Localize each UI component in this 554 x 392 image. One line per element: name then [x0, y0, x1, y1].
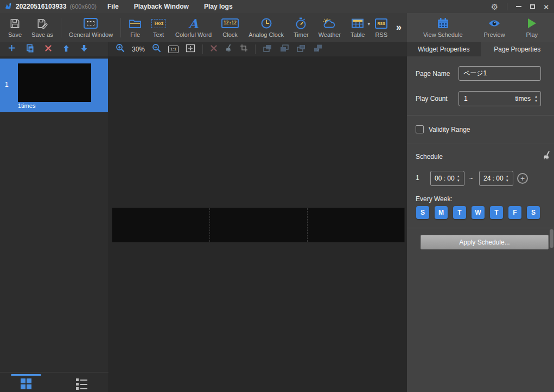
- table-widget-button[interactable]: Table: [346, 13, 370, 42]
- page-list-toolbar: [0, 42, 109, 56]
- schedule-end-time-stepper[interactable]: 24 : 00 ▲▼: [479, 171, 513, 186]
- settings-gear-icon[interactable]: ⚙: [491, 3, 498, 11]
- minimize-icon: [516, 6, 521, 7]
- zoom-level-value[interactable]: 30%: [132, 46, 145, 53]
- validity-range-checkbox[interactable]: [416, 125, 424, 133]
- weekday-sunday-button[interactable]: S: [416, 206, 429, 219]
- weekday-selector: S M T W T F S: [416, 206, 540, 219]
- every-week-label: Every Week:: [416, 195, 453, 203]
- general-window-button[interactable]: General Window: [64, 13, 118, 42]
- play-button[interactable]: Play: [521, 13, 543, 42]
- play-count-stepper[interactable]: 1 times ▲▼: [459, 91, 541, 106]
- colorful-word-button[interactable]: A Colorful Word: [170, 13, 216, 42]
- save-as-icon: [36, 17, 48, 30]
- weekday-monday-button[interactable]: M: [435, 206, 448, 219]
- view-schedule-button[interactable]: View Schedule: [418, 13, 468, 42]
- analog-clock-button[interactable]: Analog Clock: [244, 13, 289, 42]
- list-view-icon[interactable]: [76, 378, 87, 390]
- canvas-toolbar-separator: [202, 44, 203, 54]
- editor-canvas[interactable]: [109, 56, 407, 392]
- toolbar-left-section: Save Save as General Window File: [0, 13, 407, 42]
- move-page-up-button[interactable]: [62, 44, 70, 55]
- zoom-in-button[interactable]: [116, 43, 125, 55]
- weekday-thursday-button[interactable]: T: [490, 206, 503, 219]
- document-title: 20220516103933: [16, 3, 66, 10]
- weekday-saturday-button[interactable]: S: [527, 206, 540, 219]
- play-count-unit: times: [515, 95, 531, 102]
- clock-widget-button[interactable]: 12:12 Clock: [216, 13, 244, 42]
- sidebar-view-switcher: [0, 372, 109, 392]
- page-name-input[interactable]: [459, 66, 541, 81]
- add-schedule-row-button[interactable]: +: [517, 173, 528, 184]
- menu-play-logs[interactable]: Play logs: [204, 3, 233, 10]
- text-widget-icon: Text: [151, 17, 165, 30]
- end-time-spin-buttons[interactable]: ▲▼: [506, 175, 509, 182]
- table-icon: [351, 17, 364, 30]
- close-button[interactable]: ×: [544, 3, 549, 11]
- app-window: 20220516103933 (600x600) File Playback W…: [0, 0, 554, 392]
- play-count-spin-buttons[interactable]: ▲▼: [534, 95, 538, 102]
- timer-icon: [295, 17, 307, 30]
- delete-widget-button-disabled: [210, 44, 218, 54]
- canvas-toolbar: 30% 1:1: [109, 42, 407, 56]
- weather-widget-button[interactable]: Weather: [314, 13, 346, 42]
- save-as-button[interactable]: Save as: [27, 13, 58, 42]
- panel-divider: [407, 228, 554, 228]
- menu-file[interactable]: File: [107, 3, 119, 10]
- folder-icon: [129, 17, 142, 30]
- menu-playback-window[interactable]: Playback Window: [134, 3, 189, 10]
- preview-button[interactable]: Preview: [479, 13, 510, 42]
- weekday-friday-button[interactable]: F: [508, 206, 521, 219]
- screen-preview-strip[interactable]: [112, 208, 405, 242]
- add-page-button[interactable]: [8, 44, 16, 54]
- timer-widget-button[interactable]: Timer: [289, 13, 314, 42]
- page-play-count-badge: 1times: [18, 102, 35, 109]
- tab-widget-properties[interactable]: Widget Properties: [407, 42, 481, 56]
- page-properties-panel: Page Name Play Count 1 times ▲▼ Validity…: [407, 56, 554, 392]
- weekday-wednesday-button[interactable]: W: [472, 206, 485, 219]
- schedule-start-time-stepper[interactable]: 00 : 00 ▲▼: [430, 171, 464, 186]
- page-name-label: Page Name: [416, 70, 450, 78]
- spin-down-icon: ▼: [534, 100, 538, 102]
- rss-widget-button[interactable]: RSS RSS: [370, 13, 392, 42]
- spin-up-icon: ▲: [534, 95, 538, 98]
- apply-schedule-button[interactable]: Apply Schedule...: [421, 235, 549, 249]
- brand: 20220516103933 (600x600): [4, 0, 97, 13]
- move-page-down-button[interactable]: [80, 44, 88, 55]
- app-logo-icon: [4, 3, 12, 11]
- active-view-indicator: [11, 374, 41, 376]
- text-widget-button[interactable]: Text Text: [147, 13, 170, 42]
- menu-bar: File Playback Window Play logs: [107, 0, 233, 13]
- weekday-tuesday-button[interactable]: T: [453, 206, 466, 219]
- validity-range-label: Validity Range: [429, 126, 470, 133]
- copy-page-button[interactable]: [26, 44, 34, 55]
- main-toolbar: Save Save as General Window File: [0, 13, 554, 42]
- panel-divider: [407, 144, 554, 144]
- delete-page-button[interactable]: [44, 44, 52, 54]
- panel-divider: [407, 115, 554, 115]
- maximize-button[interactable]: [530, 4, 535, 9]
- tab-page-properties[interactable]: Page Properties: [481, 42, 554, 56]
- fit-to-window-button[interactable]: [186, 44, 195, 55]
- actual-size-button[interactable]: 1:1: [168, 46, 179, 53]
- more-tools-chevron-icon[interactable]: »: [396, 22, 402, 33]
- zoom-out-button[interactable]: [152, 43, 161, 55]
- start-time-spin-buttons[interactable]: ▲▼: [457, 175, 460, 182]
- page-list-item-selected[interactable]: 1 1times: [0, 59, 108, 112]
- panel-scrollbar-thumb[interactable]: [550, 229, 553, 248]
- grid-view-icon[interactable]: [21, 378, 31, 389]
- save-icon: [9, 17, 21, 30]
- schedule-row-index: 1: [416, 174, 419, 182]
- clear-widget-button-disabled: [225, 44, 233, 54]
- file-widget-button[interactable]: File: [124, 13, 147, 42]
- rss-icon: RSS: [375, 17, 387, 30]
- save-button[interactable]: Save: [3, 13, 27, 42]
- general-window-icon: [84, 17, 98, 30]
- analog-clock-icon: [260, 17, 272, 30]
- window-controls: ⚙ ×: [491, 0, 549, 13]
- document-resolution: (600x600): [69, 3, 97, 10]
- clear-schedule-broom-icon[interactable]: [543, 151, 551, 162]
- canvas-toolbar-separator: [255, 44, 256, 54]
- minimize-button[interactable]: [516, 6, 521, 7]
- send-backward-button-disabled: [279, 44, 289, 55]
